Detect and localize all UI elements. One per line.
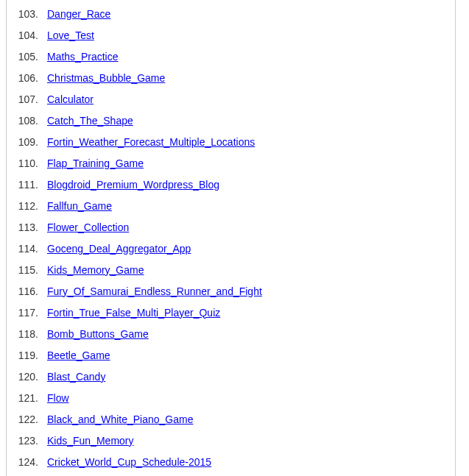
list-number: 123. (7, 435, 38, 447)
link-wrap: Fortin_True_False_Multi_Player_Quiz (38, 307, 220, 319)
list-item: 108.Catch_The_Shape (7, 110, 455, 131)
list-item: 119.Beetle_Game (7, 344, 455, 366)
item-link[interactable]: Fortin_True_False_Multi_Player_Quiz (47, 307, 220, 319)
item-link[interactable]: Goceng_Deal_Aggregator_App (47, 243, 191, 255)
link-wrap: Fallfun_Game (38, 200, 112, 212)
list-item: 104.Love_Test (7, 24, 455, 46)
item-link[interactable]: Fortin_Weather_Forecast_Multiple_Locatio… (47, 136, 255, 148)
list-number: 103. (7, 8, 38, 20)
list-number: 117. (7, 307, 38, 319)
link-wrap: Cricket_World_Cup_Schedule-2015 (38, 456, 211, 468)
list-item: 105.Maths_Practice (7, 46, 455, 67)
list-item: 112.Fallfun_Game (7, 195, 455, 216)
list-item: 106.Christmas_Bubble_Game (7, 67, 455, 88)
list-number: 111. (7, 179, 38, 191)
list-item: 123.Kids_Fun_Memory (7, 430, 455, 451)
item-link[interactable]: Catch_The_Shape (47, 115, 133, 127)
list-number: 105. (7, 51, 38, 63)
list-item: 110.Flap_Training_Game (7, 152, 455, 174)
item-link[interactable]: Maths_Practice (47, 51, 118, 63)
list-number: 106. (7, 72, 38, 84)
list-item: 116.Fury_Of_Samurai_Endless_Runner_and_F… (7, 280, 455, 302)
link-wrap: Kids_Memory_Game (38, 264, 144, 276)
link-wrap: Fortin_Weather_Forecast_Multiple_Locatio… (38, 136, 255, 148)
list-item: 111.Blogdroid_Premium_Wordpress_Blog (7, 174, 455, 195)
item-link[interactable]: Blast_Candy (47, 371, 105, 383)
list-number: 114. (7, 243, 38, 255)
link-wrap: Flower_Collection (38, 221, 129, 233)
list-number: 110. (7, 157, 38, 169)
item-link[interactable]: Blogdroid_Premium_Wordpress_Blog (47, 179, 219, 191)
link-wrap: Blogdroid_Premium_Wordpress_Blog (38, 179, 219, 191)
link-wrap: Flow (38, 392, 69, 404)
list-number: 119. (7, 349, 38, 361)
item-link[interactable]: Cricket_World_Cup_Schedule-2015 (47, 456, 211, 468)
item-link[interactable]: Kids_Memory_Game (47, 264, 144, 276)
link-wrap: Maths_Practice (38, 51, 118, 63)
list-item: 109.Fortin_Weather_Forecast_Multiple_Loc… (7, 131, 455, 152)
list-item: 103.Danger_Race (7, 3, 455, 24)
list-number: 104. (7, 29, 38, 41)
item-link[interactable]: Christmas_Bubble_Game (47, 72, 165, 84)
list-number: 116. (7, 285, 38, 297)
list-item: 124.Cricket_World_Cup_Schedule-2015 (7, 451, 455, 472)
item-link[interactable]: Flap_Training_Game (47, 157, 144, 169)
link-wrap: Fury_Of_Samurai_Endless_Runner_and_Fight (38, 285, 262, 297)
link-wrap: Calculator (38, 93, 94, 105)
link-wrap: Beetle_Game (38, 349, 110, 361)
item-link[interactable]: Bomb_Buttons_Game (47, 328, 149, 340)
list-item: 114.Goceng_Deal_Aggregator_App (7, 238, 455, 259)
list-number: 112. (7, 200, 38, 212)
list-number: 120. (7, 371, 38, 383)
list-container: 103.Danger_Race104.Love_Test105.Maths_Pr… (6, 0, 456, 476)
list-item: 113.Flower_Collection (7, 216, 455, 238)
item-link[interactable]: Danger_Race (47, 8, 110, 20)
list-number: 121. (7, 392, 38, 404)
link-wrap: Bomb_Buttons_Game (38, 328, 149, 340)
link-wrap: Flap_Training_Game (38, 157, 144, 169)
list-item: 115.Kids_Memory_Game (7, 259, 455, 280)
link-wrap: Christmas_Bubble_Game (38, 72, 165, 84)
list-number: 113. (7, 221, 38, 233)
link-wrap: Danger_Race (38, 8, 110, 20)
ordered-list: 103.Danger_Race104.Love_Test105.Maths_Pr… (7, 3, 455, 476)
item-link[interactable]: Flow (47, 392, 69, 404)
item-link[interactable]: Fallfun_Game (47, 200, 112, 212)
list-number: 108. (7, 115, 38, 127)
item-link[interactable]: Beetle_Game (47, 349, 110, 361)
link-wrap: Blast_Candy (38, 371, 105, 383)
list-number: 118. (7, 328, 38, 340)
list-item: 122.Black_and_White_Piano_Game (7, 408, 455, 430)
link-wrap: Catch_The_Shape (38, 115, 133, 127)
list-number: 115. (7, 264, 38, 276)
link-wrap: Goceng_Deal_Aggregator_App (38, 243, 191, 255)
list-number: 107. (7, 93, 38, 105)
link-wrap: Kids_Fun_Memory (38, 435, 134, 447)
item-link[interactable]: Love_Test (47, 29, 94, 41)
item-link[interactable]: Black_and_White_Piano_Game (47, 413, 193, 425)
item-link[interactable]: Flower_Collection (47, 221, 129, 233)
list-item: 107.Calculator (7, 88, 455, 110)
list-item: 120.Blast_Candy (7, 366, 455, 387)
list-item: 118.Bomb_Buttons_Game (7, 323, 455, 344)
link-wrap: Black_and_White_Piano_Game (38, 413, 193, 425)
list-item: 117.Fortin_True_False_Multi_Player_Quiz (7, 302, 455, 323)
list-number: 122. (7, 413, 38, 425)
list-item: 121.Flow (7, 387, 455, 408)
item-link[interactable]: Fury_Of_Samurai_Endless_Runner_and_Fight (47, 285, 262, 297)
link-wrap: Love_Test (38, 29, 94, 41)
item-link[interactable]: Calculator (47, 93, 94, 105)
list-number: 109. (7, 136, 38, 148)
list-item: 125.Medicine_Alert (7, 472, 455, 476)
list-number: 124. (7, 456, 38, 468)
item-link[interactable]: Kids_Fun_Memory (47, 435, 134, 447)
